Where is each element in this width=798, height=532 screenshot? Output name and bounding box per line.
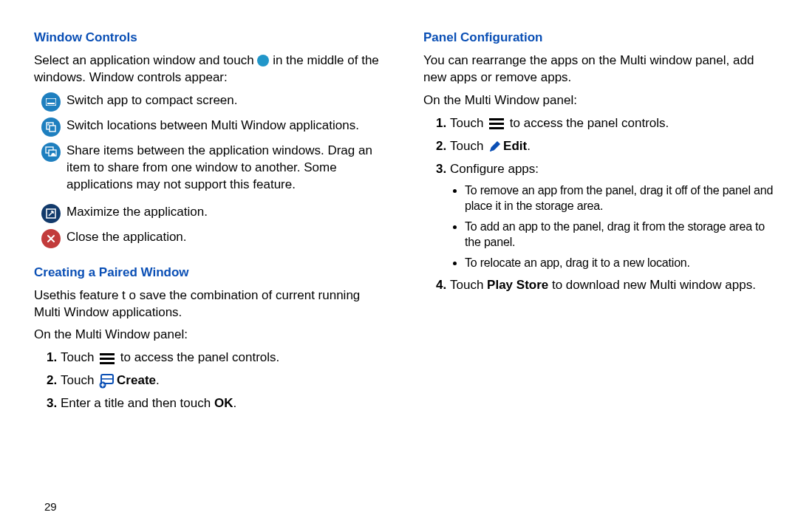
list-item-label: Close the application. [66, 229, 386, 246]
step-item: Touch to access the panel controls. [450, 115, 776, 132]
switch-locations-icon [41, 117, 61, 137]
list-item-label: Maximize the application. [66, 204, 386, 221]
svg-rect-7 [100, 353, 115, 355]
list-item-label: Switch locations between Multi Window ap… [66, 117, 386, 134]
step-text-a: Touch [450, 278, 487, 292]
paired-window-steps: Touch to access the panel controls. Touc… [34, 349, 386, 412]
step-item: Touch Edit. [450, 138, 776, 155]
step-item: Touch Play Store to download new Multi w… [450, 277, 776, 294]
handle-dot-icon [257, 55, 269, 66]
heading-panel-config: Panel Configuration [423, 30, 776, 47]
step-text-c: to download new Multi window apps. [548, 278, 756, 292]
step-text-c: . [527, 139, 531, 153]
step-text-a: Touch [61, 373, 98, 387]
step-bold: Edit [503, 139, 527, 153]
heading-window-controls: Window Controls [34, 30, 386, 47]
step-text-a: Touch [450, 139, 487, 153]
page-number: 29 [44, 499, 57, 514]
menu-icon [488, 117, 505, 130]
list-item: Close the application. [41, 229, 386, 248]
close-icon [41, 229, 61, 248]
list-item-label: Switch app to compact screen. [66, 92, 386, 109]
list-item: Switch app to compact screen. [41, 92, 386, 112]
step-text-b: to access the panel controls. [117, 350, 279, 364]
svg-rect-9 [100, 362, 115, 364]
configure-apps-bullets: To remove an app from the panel, drag it… [450, 183, 776, 271]
step-text-c: . [156, 373, 160, 387]
svg-rect-1 [47, 103, 55, 104]
step-text-c: . [233, 396, 236, 410]
step-bold: OK [214, 396, 233, 410]
step-item: Touch Create. [61, 372, 386, 389]
share-items-icon [41, 143, 61, 162]
bullet-item: To add an app to the panel, drag it from… [465, 219, 776, 250]
panel-config-subintro: On the Multi Window panel: [423, 92, 776, 109]
step-text: Configure apps: [450, 162, 539, 176]
step-bold: Create [117, 373, 156, 387]
list-item: Share items between the application wind… [41, 143, 386, 194]
paired-window-subintro: On the Multi Window panel: [34, 327, 386, 344]
bullet-item: To relocate an app, drag it to a new loc… [465, 255, 776, 271]
intro-text-a: Select an application window and touch [34, 53, 257, 67]
menu-icon [99, 352, 115, 365]
list-item: Maximize the application. [41, 204, 386, 223]
panel-config-steps: Touch to access the panel controls. Touc… [423, 115, 776, 294]
bullet-item: To remove an app from the panel, drag it… [465, 183, 776, 214]
window-controls-intro: Select an application window and touch i… [34, 52, 386, 86]
step-text-a: Touch [61, 350, 98, 364]
left-column: Window Controls Select an application wi… [34, 30, 386, 418]
svg-rect-15 [489, 123, 504, 125]
paired-window-intro: Usethis feature t o save the combination… [34, 287, 386, 321]
svg-rect-8 [100, 358, 115, 360]
panel-config-intro: You can rearrange the apps on the Multi … [423, 52, 776, 86]
list-item: Switch locations between Multi Window ap… [41, 117, 386, 137]
maximize-icon [41, 204, 61, 223]
create-icon [99, 374, 115, 389]
step-bold: Play Store [487, 278, 548, 292]
svg-rect-11 [101, 378, 113, 380]
step-item: Touch to access the panel controls. [61, 349, 386, 366]
svg-rect-3 [50, 126, 55, 132]
step-item: Enter a title and then touch OK. [61, 395, 386, 412]
window-controls-list: Switch app to compact screen. Switch loc… [41, 92, 386, 248]
compact-screen-icon [41, 92, 61, 112]
heading-paired-window: Creating a Paired Window [34, 265, 386, 282]
step-text-b: to access the panel controls. [506, 116, 669, 130]
edit-pencil-icon [488, 140, 502, 153]
step-item: Configure apps: To remove an app from th… [450, 161, 776, 271]
list-item-label: Share items between the application wind… [66, 143, 386, 194]
step-text-a: Enter a title and then touch [61, 396, 214, 410]
right-column: Panel Configuration You can rearrange th… [423, 30, 776, 418]
svg-rect-16 [489, 127, 504, 129]
step-text-a: Touch [450, 116, 487, 130]
svg-rect-0 [46, 98, 56, 106]
svg-rect-14 [489, 118, 504, 120]
